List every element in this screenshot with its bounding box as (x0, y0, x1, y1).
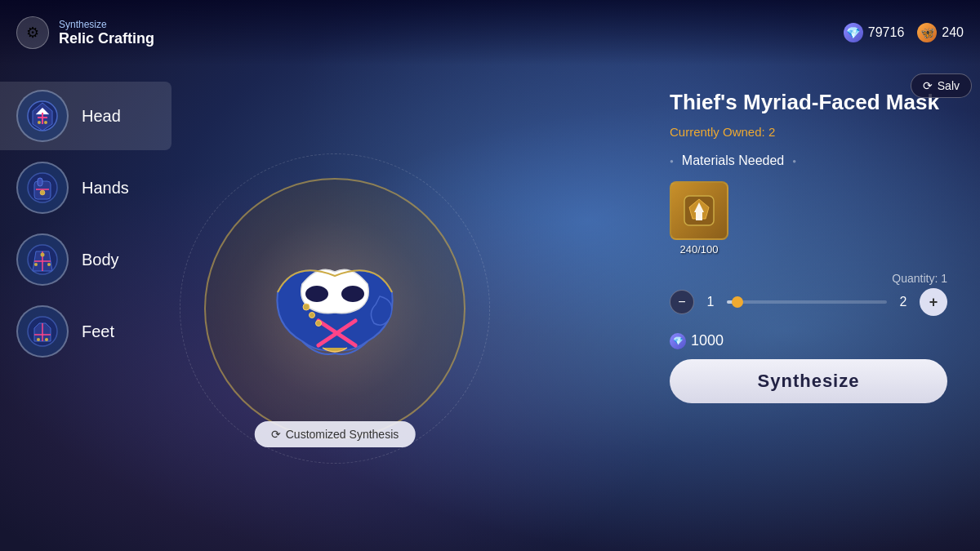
wing-value: 240 (942, 25, 964, 40)
svg-point-11 (40, 190, 45, 195)
sidebar-item-head[interactable]: Head (0, 82, 172, 150)
owned-value: 2 (768, 125, 775, 139)
sidebar-item-feet[interactable]: Feet (0, 297, 172, 366)
cost-value: 1000 (691, 332, 724, 349)
material-icon (681, 193, 717, 229)
materials-header: ● Materials Needed ● (670, 153, 947, 168)
gem-value: 79716 (868, 25, 905, 40)
feet-avatar (16, 305, 69, 358)
wing-currency: 🦋 240 (917, 23, 964, 42)
right-panel: Thief's Myriad-Faced Mask Currently Owne… (637, 65, 980, 551)
head-label: Head (82, 107, 121, 126)
wing-icon: 🦋 (917, 23, 937, 42)
title-icon: ⚙ (16, 16, 49, 49)
slider-thumb (732, 296, 743, 308)
owned-section: Currently Owned: 2 (670, 125, 947, 139)
mask-svg (253, 227, 416, 390)
salvage-icon: ⟳ (923, 79, 933, 92)
svg-point-25 (305, 286, 328, 302)
quantity-section: Quantity: 1 − 1 2 + (670, 272, 947, 316)
materials-label: Materials Needed (682, 153, 784, 168)
salvage-label: Salv (938, 79, 960, 92)
gem-currency: 💎 79716 (844, 23, 905, 42)
center-display: ⟳ Customized Synthesis (180, 65, 490, 551)
svg-rect-9 (38, 178, 42, 186)
feet-label: Feet (82, 322, 114, 341)
svg-point-21 (37, 338, 40, 341)
relic-circle: ⟳ Customized Synthesis (204, 178, 466, 439)
svg-point-27 (303, 304, 310, 310)
head-icon (23, 96, 62, 136)
svg-point-28 (310, 312, 315, 318)
hands-avatar (16, 162, 69, 214)
salvage-button[interactable]: ⟳ Salv (911, 73, 972, 98)
svg-point-16 (34, 263, 38, 266)
svg-point-17 (47, 263, 51, 266)
cost-gem-icon: 💎 (670, 333, 686, 349)
quantity-minus-button[interactable]: − (670, 290, 694, 314)
title-section: ⚙ Synthesize Relic Crafting (16, 16, 154, 49)
title-text: Synthesize Relic Crafting (59, 19, 154, 47)
hands-icon (23, 168, 62, 207)
sidebar-item-body[interactable]: Body (0, 225, 172, 294)
material-item: 240/100 (670, 181, 728, 256)
svg-rect-33 (696, 212, 702, 220)
sidebar-item-hands[interactable]: Hands (0, 153, 172, 222)
refresh-icon: ⟳ (271, 428, 281, 441)
item-name: Thief's Myriad-Faced Mask (670, 90, 947, 115)
customized-synthesis-button[interactable]: ⟳ Customized Synthesis (255, 421, 416, 447)
currency-bar: 💎 79716 🦋 240 (844, 23, 964, 42)
material-grid: 240/100 (670, 181, 947, 256)
right-dot: ● (792, 158, 796, 165)
hands-label: Hands (82, 179, 129, 198)
top-bar: ⚙ Synthesize Relic Crafting 💎 79716 🦋 24… (0, 0, 980, 65)
sidebar: Head Hands Body (0, 65, 180, 551)
head-avatar (16, 90, 69, 142)
quantity-control: − 1 2 + (670, 288, 947, 316)
gem-icon: 💎 (844, 23, 863, 42)
svg-point-5 (38, 121, 41, 124)
cost-section: 💎 1000 (670, 332, 947, 349)
body-icon (23, 240, 62, 279)
quantity-min: 1 (702, 295, 719, 309)
svg-point-22 (45, 338, 48, 341)
feet-icon (23, 312, 62, 351)
customized-label: Customized Synthesis (286, 428, 399, 441)
svg-point-29 (316, 320, 322, 326)
main-title: Relic Crafting (59, 30, 154, 47)
synthesize-label: Synthesize (758, 371, 860, 391)
quantity-label: Quantity: 1 (670, 272, 947, 285)
left-dot: ● (670, 158, 674, 165)
subtitle: Synthesize (59, 19, 154, 30)
quantity-plus-button[interactable]: + (920, 288, 947, 316)
quantity-value: 1 (941, 272, 947, 285)
material-count: 240/100 (680, 243, 719, 256)
svg-point-6 (44, 121, 47, 124)
svg-point-15 (41, 253, 45, 257)
material-box (670, 181, 728, 240)
synthesize-button[interactable]: Synthesize (670, 359, 947, 403)
quantity-max: 2 (895, 295, 911, 309)
body-avatar (16, 233, 69, 286)
relic-image (220, 194, 449, 423)
body-label: Body (82, 251, 119, 269)
owned-label: Currently Owned: (670, 125, 765, 139)
quantity-slider[interactable] (727, 300, 887, 304)
svg-point-26 (341, 286, 364, 302)
